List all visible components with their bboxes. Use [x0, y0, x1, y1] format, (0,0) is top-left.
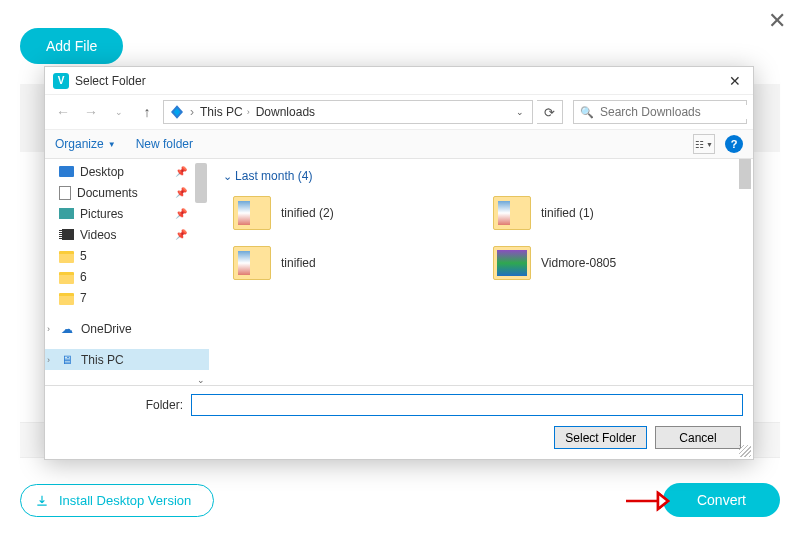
folder-item[interactable]: tinified (2) [233, 191, 483, 235]
chevron-right-icon[interactable]: › [47, 324, 50, 334]
nav-back-button[interactable]: ← [51, 100, 75, 124]
tree-item-folder[interactable]: 5 [45, 245, 209, 266]
search-box[interactable]: 🔍 [573, 100, 747, 124]
folder-content: Last month (4) tinified (2) tinified (1)… [209, 159, 753, 385]
breadcrumb-root[interactable]: › [188, 105, 196, 119]
thispc-icon [168, 103, 186, 121]
tree-item-folder[interactable]: 6 [45, 266, 209, 287]
network-icon: 🖧 [59, 383, 75, 386]
download-icon [35, 494, 49, 508]
pin-icon: 📌 [175, 229, 187, 240]
address-row: ← → ⌄ ↑ › This PC› Downloads ⌄ ⟳ 🔍 [45, 95, 753, 129]
dialog-title: Select Folder [75, 74, 725, 88]
app-logo-icon: V [53, 73, 69, 89]
nav-up-button[interactable]: ↑ [135, 100, 159, 124]
tree-item-desktop[interactable]: Desktop📌 [45, 161, 209, 182]
install-desktop-button[interactable]: Install Desktop Version [20, 484, 214, 517]
search-input[interactable] [600, 105, 750, 119]
tree-item-folder[interactable]: 7 [45, 287, 209, 308]
refresh-button[interactable]: ⟳ [537, 100, 563, 124]
install-desktop-label: Install Desktop Version [59, 493, 191, 508]
desktop-icon [59, 166, 74, 177]
pin-icon: 📌 [175, 166, 187, 177]
breadcrumb-thispc[interactable]: This PC› [198, 105, 252, 119]
organize-menu[interactable]: Organize ▼ [55, 137, 116, 151]
help-button[interactable]: ? [725, 135, 743, 153]
convert-button[interactable]: Convert [663, 483, 780, 517]
pin-icon: 📌 [175, 187, 187, 198]
folder-item[interactable]: Vidmore-0805 [493, 241, 743, 285]
breadcrumb-bar[interactable]: › This PC› Downloads ⌄ [163, 100, 533, 124]
folder-thumbnail-icon [493, 246, 531, 280]
pictures-icon [59, 208, 74, 219]
new-folder-button[interactable]: New folder [136, 137, 193, 151]
toolbar: Organize ▼ New folder ☷▼ ? [45, 129, 753, 159]
tree-item-thispc[interactable]: ›🖥This PC [45, 349, 209, 370]
breadcrumb-downloads[interactable]: Downloads [254, 105, 317, 119]
select-folder-button[interactable]: Select Folder [554, 426, 647, 449]
tree-item-network[interactable]: ›🖧Network [45, 380, 209, 385]
onedrive-icon: ☁ [59, 321, 75, 337]
tree-item-documents[interactable]: Documents📌 [45, 182, 209, 203]
folder-icon [59, 293, 74, 305]
folder-item[interactable]: tinified (1) [493, 191, 743, 235]
breadcrumb-dropdown[interactable]: ⌄ [512, 107, 528, 117]
folder-thumbnail-icon [233, 246, 271, 280]
folder-icon [59, 272, 74, 284]
dialog-close-button[interactable]: ✕ [725, 73, 745, 89]
chevron-right-icon[interactable]: › [47, 355, 50, 365]
dialog-footer: Folder: Select Folder Cancel [45, 386, 753, 459]
folder-field-label: Folder: [55, 398, 183, 412]
folder-thumbnail-icon [493, 196, 531, 230]
resize-grip[interactable] [739, 445, 751, 457]
folder-name-input[interactable] [191, 394, 743, 416]
nav-recent-dropdown[interactable]: ⌄ [107, 100, 131, 124]
annotation-arrow-icon [624, 490, 670, 515]
folder-icon [59, 251, 74, 263]
content-scrollbar[interactable] [737, 159, 753, 385]
tree-scrollbar[interactable]: ⌄ [193, 159, 209, 385]
folder-thumbnail-icon [233, 196, 271, 230]
pin-icon: 📌 [175, 208, 187, 219]
tree-item-pictures[interactable]: Pictures📌 [45, 203, 209, 224]
select-folder-dialog: V Select Folder ✕ ← → ⌄ ↑ › This PC› Dow… [44, 66, 754, 460]
cancel-button[interactable]: Cancel [655, 426, 741, 449]
nav-tree: Desktop📌 Documents📌 Pictures📌 Videos📌 5 … [45, 159, 209, 385]
documents-icon [59, 186, 71, 200]
nav-forward-button: → [79, 100, 103, 124]
app-close-icon[interactable]: ✕ [768, 8, 786, 34]
tree-item-onedrive[interactable]: ›☁OneDrive [45, 318, 209, 339]
videos-icon [59, 229, 74, 240]
folder-item[interactable]: tinified [233, 241, 483, 285]
group-header-last-month[interactable]: Last month (4) [223, 169, 743, 183]
add-file-button[interactable]: Add File [20, 28, 123, 64]
view-options-button[interactable]: ☷▼ [693, 134, 715, 154]
dialog-titlebar: V Select Folder ✕ [45, 67, 753, 95]
thispc-icon: 🖥 [59, 352, 75, 368]
tree-item-videos[interactable]: Videos📌 [45, 224, 209, 245]
search-icon: 🔍 [580, 106, 594, 119]
